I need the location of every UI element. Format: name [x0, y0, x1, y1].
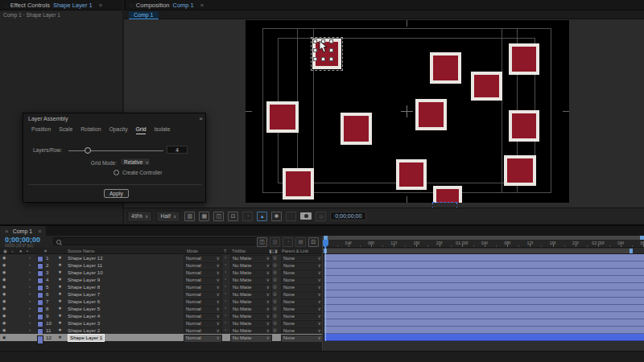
twirl-icon[interactable]: › — [29, 276, 31, 283]
current-time-indicator-handle[interactable] — [323, 240, 328, 245]
shape-square[interactable] — [266, 101, 299, 133]
eye-icon[interactable]: ◉ — [2, 283, 6, 290]
eye-icon[interactable]: ◉ — [2, 298, 6, 305]
twirl-icon[interactable]: › — [29, 283, 31, 290]
twirl-icon[interactable]: › — [29, 290, 31, 298]
selection-handle[interactable] — [313, 39, 317, 43]
layer-duration-bar[interactable] — [324, 261, 644, 269]
dialog-tab-position[interactable]: Position — [31, 126, 51, 134]
show-channel-icon[interactable]: ◔ — [242, 212, 253, 221]
t-column-header[interactable]: T — [224, 249, 226, 253]
layer-name[interactable]: Shape Layer 5 — [68, 305, 100, 312]
shape-square[interactable] — [341, 113, 372, 145]
layers-row-value-field[interactable]: 4 — [167, 146, 188, 154]
graph-editor-icon[interactable]: ⊡ — [308, 237, 319, 247]
twirl-icon[interactable]: › — [29, 269, 31, 276]
layer-name[interactable]: Shape Layer 8 — [68, 283, 100, 290]
twirl-icon[interactable]: › — [29, 298, 31, 305]
dialog-tab-isolate[interactable]: Isolate — [154, 126, 170, 134]
twirl-icon[interactable]: › — [29, 261, 31, 269]
tab-composition[interactable]: ∷ Composition Comp 1 ≡ — [126, 0, 644, 10]
layer-duration-bar[interactable] — [324, 276, 644, 283]
selection-handle[interactable] — [329, 48, 333, 52]
region-of-interest-icon[interactable]: ⊡ — [228, 212, 238, 221]
gear-icon[interactable]: ✱ — [271, 212, 282, 221]
eye-icon[interactable]: ◉ — [2, 312, 6, 319]
pickwhip-icon[interactable]: ◎ — [273, 290, 277, 298]
shape-square[interactable] — [433, 186, 462, 203]
shape-square[interactable] — [396, 159, 427, 190]
layer-duration-bar[interactable] — [324, 327, 644, 334]
pickwhip-icon[interactable]: ◎ — [273, 276, 277, 283]
slider-knob[interactable] — [85, 147, 91, 154]
resolution-select[interactable]: Half ∨ — [156, 211, 180, 222]
source-name-column-header[interactable]: Source Name — [68, 249, 95, 253]
current-time-display[interactable]: 0;00;00;00 — [5, 236, 40, 244]
safe-guides-icon[interactable]: ▥ — [184, 212, 195, 221]
selection-handle[interactable] — [313, 57, 317, 61]
layer-name[interactable]: Shape Layer 4 — [68, 312, 100, 319]
layers-row-slider[interactable] — [68, 150, 163, 151]
layer-assembly-dialog[interactable]: Layer Assembly × PositionScaleRotationOp… — [23, 113, 206, 203]
layer-name[interactable]: Shape Layer 2 — [68, 327, 100, 334]
parent-select[interactable]: None∨ — [281, 335, 324, 343]
shape-square[interactable] — [504, 155, 536, 186]
trkmat-column-header[interactable]: TrkMat — [232, 249, 246, 253]
twirl-icon[interactable]: › — [29, 254, 31, 261]
show-snapshot-icon[interactable]: ◎ — [316, 212, 326, 221]
pickwhip-icon[interactable]: ◎ — [273, 334, 277, 341]
shape-square[interactable] — [509, 43, 539, 75]
layer-name[interactable]: Shape Layer 1 — [68, 334, 105, 342]
twirl-icon[interactable]: › — [29, 312, 31, 319]
trkmat-select[interactable]: No Matte∨ — [230, 335, 272, 343]
parent-link-column-header[interactable]: Parent & Link — [282, 249, 308, 253]
eye-icon[interactable]: ◉ — [2, 254, 6, 261]
twirl-icon[interactable]: › — [29, 327, 31, 334]
tab-effect-controls[interactable]: ∷ Effect Controls Shape Layer 1 ≡ — [0, 0, 122, 10]
layer-duration-bar[interactable] — [324, 334, 644, 341]
3d-view-icon[interactable]: ▴ — [257, 212, 267, 221]
shape-square[interactable] — [509, 110, 539, 142]
layer-name[interactable]: Shape Layer 11 — [68, 261, 102, 269]
shape-square[interactable] — [430, 52, 461, 84]
shape-square[interactable] — [283, 168, 314, 200]
twirl-icon[interactable]: › — [29, 319, 31, 327]
layer-name[interactable]: Shape Layer 10 — [68, 269, 103, 276]
pickwhip-icon[interactable]: ◎ — [273, 283, 277, 290]
eye-icon[interactable]: ◉ — [2, 290, 6, 298]
layer-duration-bar[interactable] — [324, 298, 644, 305]
layer-name[interactable]: Shape Layer 3 — [68, 319, 100, 327]
create-controller-radio[interactable] — [114, 170, 119, 175]
selection-handle[interactable] — [329, 57, 333, 61]
layer-name[interactable]: Shape Layer 9 — [68, 276, 100, 283]
composition-flowchart-icon[interactable]: ◫ — [257, 237, 267, 247]
mask-visibility-icon[interactable]: ◫ — [213, 212, 224, 221]
mode-select[interactable]: Normal∨ — [184, 335, 222, 343]
eye-icon[interactable]: ◉ — [2, 269, 6, 276]
selection-handle[interactable] — [321, 57, 325, 61]
eye-icon[interactable]: ◉ — [2, 305, 6, 312]
layer-duration-bar[interactable] — [324, 305, 644, 312]
shape-square[interactable] — [415, 99, 447, 130]
layer-name[interactable]: Shape Layer 6 — [68, 298, 100, 305]
viewer-tab-comp1[interactable]: Comp 1 — [129, 11, 159, 19]
layer-duration-bar[interactable] — [324, 290, 644, 298]
eye-icon[interactable]: ◉ — [2, 334, 6, 341]
close-icon[interactable]: × — [5, 228, 9, 235]
draft-3d-icon[interactable]: ▥ — [270, 237, 280, 247]
layer-name[interactable]: Shape Layer 7 — [68, 290, 100, 298]
dialog-tab-rotation[interactable]: Rotation — [80, 126, 101, 134]
work-area-end-handle[interactable] — [630, 249, 633, 253]
work-area[interactable] — [325, 249, 631, 253]
eye-icon[interactable]: ◉ — [2, 319, 6, 327]
eye-icon[interactable]: ◉ — [2, 276, 6, 283]
panel-menu-icon[interactable]: ≡ — [200, 2, 204, 8]
layer-duration-bar[interactable] — [324, 254, 644, 261]
pickwhip-icon[interactable]: ◎ — [273, 298, 277, 305]
grid-mode-select[interactable]: Relative ∨ — [120, 158, 151, 166]
close-icon[interactable]: × — [199, 115, 203, 122]
eye-icon[interactable]: ◉ — [2, 327, 6, 334]
layer-duration-bar[interactable] — [324, 283, 644, 290]
layer-duration-bar[interactable] — [324, 269, 644, 276]
transparency-grid-icon[interactable]: ▦ — [199, 212, 209, 221]
